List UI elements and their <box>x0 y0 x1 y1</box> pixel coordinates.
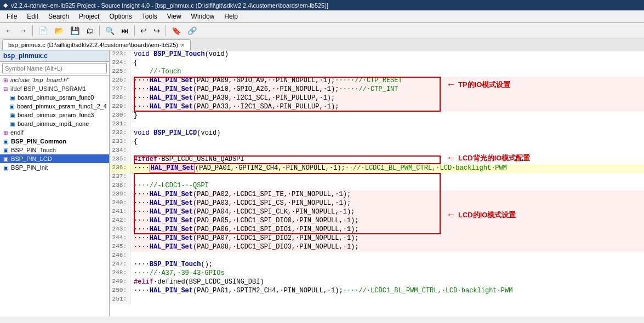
func-icon-3: ▣ <box>10 112 15 118</box>
func-icon-1: ▣ <box>10 95 15 101</box>
code-line-236: 236: ····HAL_PIN_Set(PAD_PA01,·GPTIM2_CH… <box>110 164 644 173</box>
tree-label-include: include "bsp_board.h" <box>9 77 69 83</box>
menu-tools[interactable]: Tools <box>138 11 162 21</box>
symbol-tree: ⊞ include "bsp_board.h" ⊟ ifdef BSP_USIN… <box>0 76 109 316</box>
tree-item-endif[interactable]: ⊞ endif <box>0 128 109 137</box>
symbol-search-area <box>0 62 109 76</box>
toolbar: ← → 📄 📂 💾 🗂 🔍 ⏭ ↩ ↪ 🔖 🔗 <box>0 23 644 38</box>
code-line-248: 248: ····//·A37,·39-43·GPIOs <box>110 269 644 278</box>
menu-help[interactable]: Help <box>220 11 242 21</box>
code-line-241: 241: ····HAL_PIN_Set(PAD_PA04,·LCDC1_SPI… <box>110 208 644 217</box>
code-line-250: 250: ····HAL_PIN_Set(PAD_PA01,·GPTIM2_CH… <box>110 287 644 296</box>
tree-item-ifdef[interactable]: ⊟ ifdef BSP_USING_PSRAM1 <box>0 84 109 93</box>
menu-edit[interactable]: Edit <box>22 11 43 21</box>
tree-item-psram-func0[interactable]: ▣ board_pinmux_psram_func0 <box>0 93 109 102</box>
tree-label-psram-func1: board_pinmux_psram_func1_2_4 <box>15 103 107 109</box>
code-line-240: 240: ····HAL_PIN_Set(PAD_PA03,·LCDC1_SPI… <box>110 199 644 208</box>
code-line-246: 246: <box>110 252 644 261</box>
menu-window[interactable]: Window <box>187 11 219 21</box>
code-line-231: 231: <box>110 120 644 129</box>
tree-label-mpi1-none: board_pinmux_mpi1_none <box>16 120 89 127</box>
code-line-245: 245: ····HAL_PIN_Set(PAD_PA08,·LCDC1_SPI… <box>110 243 644 252</box>
tree-item-mpi1-none[interactable]: ▣ board_pinmux_mpi1_none <box>0 119 109 128</box>
code-line-249: 249: #elif·defined(BSP_LCDC_USING_DBI) <box>110 278 644 287</box>
toolbar-separator-4 <box>166 25 166 36</box>
code-line-225: 225: //·Touch <box>110 68 644 77</box>
bookmark-button[interactable]: 🔖 <box>169 25 184 37</box>
title-text: v2.2.4-rtdrvier-em-lb525 Project - Sourc… <box>11 2 328 9</box>
tree-label-bsp-touch: BSP_PIN_Touch <box>9 147 56 153</box>
code-line-251: 251: <box>110 296 644 304</box>
app-icon: ◆ <box>3 2 8 9</box>
func-icon-init: ▣ <box>3 165 8 171</box>
ifdef-icon: ⊟ <box>3 86 8 92</box>
save-all-button[interactable]: 🗂 <box>83 25 96 37</box>
tree-item-bsp-touch[interactable]: ▣ BSP_PIN_Touch <box>0 146 109 154</box>
new-button[interactable]: 📄 <box>36 25 50 37</box>
redo-button[interactable]: ↪ <box>151 25 163 37</box>
func-icon-touch: ▣ <box>3 147 8 153</box>
code-line-227: 227: ····HAL_PIN_Set(PAD_PA10,·GPIO_A26,… <box>110 85 644 94</box>
tree-label-bsp-common: BSP_PIN_Common <box>9 138 66 145</box>
menu-options[interactable]: Options <box>105 11 136 21</box>
menu-bar: File Edit Search Project Options Tools V… <box>0 10 644 23</box>
code-line-224: 224: { <box>110 59 644 68</box>
symbol-search-input[interactable] <box>2 64 107 73</box>
code-line-235: 235: #ifdef·BSP_LCDC_USING_QADSPI <box>110 155 644 164</box>
tree-label-endif: endif <box>9 129 24 136</box>
undo-button[interactable]: ↩ <box>138 25 150 37</box>
forward-button[interactable]: → <box>16 25 30 37</box>
code-line-223: 223: void BSP_PIN_Touch(void) <box>110 50 644 59</box>
code-line-230: 230: } <box>110 112 644 120</box>
tree-label-ifdef: ifdef BSP_USING_PSRAM1 <box>9 85 86 92</box>
code-line-237: 237: <box>110 173 644 182</box>
code-line-226: 226: ····HAL_PIN_Set(PAD_PA09,·GPIO_A9,·… <box>110 77 644 85</box>
tree-label-psram-func3: board_pinmux_psram_func3 <box>16 112 94 118</box>
tree-item-bsp-common[interactable]: ▣ BSP_PIN_Common <box>0 137 109 146</box>
tree-item-psram-func3[interactable]: ▣ board_pinmux_psram_func3 <box>0 111 109 119</box>
find-next-button[interactable]: ⏭ <box>118 25 132 37</box>
code-line-234: 234: <box>110 147 644 155</box>
save-button[interactable]: 💾 <box>67 25 82 37</box>
tree-item-bsp-init[interactable]: ▣ BSP_PIN_Init <box>0 163 109 172</box>
code-line-239: 239: ····HAL_PIN_Set(PAD_PA02,·LCDC1_SPI… <box>110 191 644 199</box>
menu-view[interactable]: View <box>163 11 186 21</box>
code-line-229: 229: ····HAL_PIN_Set(PAD_PA33,··I2C1_SDA… <box>110 103 644 112</box>
func-icon-4: ▣ <box>10 121 15 127</box>
code-line-242: 242: ····HAL_PIN_Set(PAD_PA05,·LCDC1_SPI… <box>110 217 644 226</box>
find-button[interactable]: 🔍 <box>102 25 117 37</box>
tree-item-psram-func1[interactable]: ▣ board_pinmux_psram_func1_2_4 <box>0 102 109 111</box>
code-line-244: 244: ····HAL_PIN_Set(PAD_PA07,·LCDC1_SPI… <box>110 234 644 243</box>
tree-label-bsp-init: BSP_PIN_Init <box>9 164 48 171</box>
tab-bar: bsp_pinmux.c (D:\sifli\git\sdk\v2.2.4\cu… <box>0 38 644 50</box>
menu-project[interactable]: Project <box>75 11 104 21</box>
code-line-232: 232: void BSP_PIN_LCD(void) <box>110 129 644 138</box>
endif-icon: ⊞ <box>3 130 8 136</box>
code-area[interactable]: 223: void BSP_PIN_Touch(void) 224: { 225… <box>110 50 644 316</box>
menu-file[interactable]: File <box>2 11 21 21</box>
sidebar: bsp_pinmux.c ⊞ include "bsp_board.h" ⊟ i… <box>0 50 110 316</box>
back-button[interactable]: ← <box>2 25 15 37</box>
code-line-247: 247: ····BSP_PIN_Touch(); <box>110 261 644 269</box>
func-icon-2: ▣ <box>9 103 14 109</box>
tree-item-include[interactable]: ⊞ include "bsp_board.h" <box>0 76 109 84</box>
func-icon-lcd: ▣ <box>3 156 8 162</box>
code-line-233: 233: { <box>110 138 644 147</box>
menu-search[interactable]: Search <box>44 11 73 21</box>
code-line-228: 228: ····HAL_PIN_Set(PAD_PA30,·I2C1_SCL,… <box>110 94 644 103</box>
code-line-243: 243: ····HAL_PIN_Set(PAD_PA06,·LCDC1_SPI… <box>110 226 644 234</box>
sidebar-title: bsp_pinmux.c <box>0 50 109 62</box>
toolbar-separator-1 <box>32 25 33 36</box>
tab-label: bsp_pinmux.c (D:\sifli\git\sdk\v2.2.4\cu… <box>8 42 178 48</box>
ref-button[interactable]: 🔗 <box>185 25 200 37</box>
open-button[interactable]: 📂 <box>52 25 66 37</box>
toolbar-separator-3 <box>134 25 135 36</box>
tree-label-psram-func0: board_pinmux_psram_func0 <box>16 94 94 101</box>
file-tab[interactable]: bsp_pinmux.c (D:\sifli\git\sdk\v2.2.4\cu… <box>2 39 191 50</box>
func-icon-common: ▣ <box>3 139 8 145</box>
tree-item-bsp-lcd[interactable]: ▣ BSP_PIN_LCD <box>0 154 109 163</box>
include-icon: ⊞ <box>3 77 8 83</box>
tab-close-button[interactable]: ✕ <box>180 42 185 48</box>
title-bar: ◆ v2.2.4-rtdrvier-em-lb525 Project - Sou… <box>0 0 644 10</box>
main-area: bsp_pinmux.c ⊞ include "bsp_board.h" ⊟ i… <box>0 50 644 316</box>
